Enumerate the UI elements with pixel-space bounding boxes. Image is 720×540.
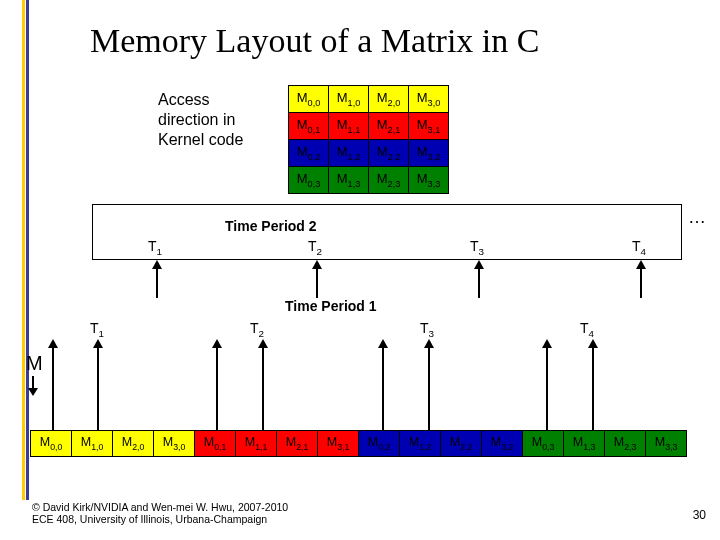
matrix-cell: M1,0 — [329, 86, 369, 113]
thread-label-period1: T4 — [580, 320, 594, 339]
mem-cell: M1,2 — [400, 431, 441, 457]
matrix-cell: M2,3 — [369, 167, 409, 194]
page-number: 30 — [693, 508, 706, 522]
access-direction-label: Access direction in Kernel code — [158, 90, 268, 150]
linear-memory-strip: M0,0 M1,0 M2,0 M3,0 M0,1 M1,1 M2,1 M3,1 … — [30, 430, 687, 457]
footer-line1: © David Kirk/NVIDIA and Wen-mei W. Hwu, … — [32, 501, 288, 513]
ellipsis: … — [688, 207, 706, 228]
mem-cell: M0,0 — [31, 431, 72, 457]
mem-cell: M0,1 — [195, 431, 236, 457]
matrix-cell: M3,2 — [409, 140, 449, 167]
matrix-cell: M0,0 — [289, 86, 329, 113]
matrix-4x4: M0,0 M1,0 M2,0 M3,0 M0,1 M1,1 M2,1 M3,1 … — [288, 85, 449, 194]
memory-M-label: M — [26, 352, 43, 375]
matrix-cell: M0,3 — [289, 167, 329, 194]
mem-cell: M0,3 — [523, 431, 564, 457]
mem-cell: M0,2 — [359, 431, 400, 457]
footer-credit: © David Kirk/NVIDIA and Wen-mei W. Hwu, … — [32, 501, 288, 526]
footer-line2: ECE 408, University of Illinois, Urbana-… — [32, 513, 267, 525]
thread-label-period2: T1 — [148, 238, 162, 257]
matrix-cell: M2,2 — [369, 140, 409, 167]
time-period-2-box — [92, 204, 682, 260]
mem-cell: M2,3 — [605, 431, 646, 457]
matrix-row-3: M0,3 M1,3 M2,3 M3,3 — [289, 167, 449, 194]
time-period-2-label: Time Period 2 — [225, 218, 317, 234]
matrix-cell: M1,3 — [329, 167, 369, 194]
matrix-cell: M0,2 — [289, 140, 329, 167]
matrix-cell: M3,0 — [409, 86, 449, 113]
matrix-cell: M0,1 — [289, 113, 329, 140]
matrix-cell: M3,3 — [409, 167, 449, 194]
mem-cell: M3,2 — [482, 431, 523, 457]
arrow-down-icon — [32, 376, 34, 390]
matrix-cell: M1,1 — [329, 113, 369, 140]
thread-label-period1: T3 — [420, 320, 434, 339]
page-title: Memory Layout of a Matrix in C — [90, 22, 539, 60]
matrix-cell: M1,2 — [329, 140, 369, 167]
slide-left-accent — [22, 0, 32, 500]
time-period-1-label: Time Period 1 — [285, 298, 377, 314]
mem-cell: M3,3 — [646, 431, 687, 457]
mem-cell: M3,1 — [318, 431, 359, 457]
thread-label-period1: T2 — [250, 320, 264, 339]
thread-label-period2: T3 — [470, 238, 484, 257]
thread-label-period1: T1 — [90, 320, 104, 339]
matrix-row-2: M0,2 M1,2 M2,2 M3,2 — [289, 140, 449, 167]
matrix-cell: M2,1 — [369, 113, 409, 140]
mem-cell: M1,3 — [564, 431, 605, 457]
thread-label-period2: T4 — [632, 238, 646, 257]
mem-cell: M2,2 — [441, 431, 482, 457]
thread-label-period2: T2 — [308, 238, 322, 257]
matrix-row-1: M0,1 M1,1 M2,1 M3,1 — [289, 113, 449, 140]
mem-cell: M1,1 — [236, 431, 277, 457]
matrix-cell: M2,0 — [369, 86, 409, 113]
mem-cell: M1,0 — [72, 431, 113, 457]
matrix-cell: M3,1 — [409, 113, 449, 140]
mem-cell: M2,1 — [277, 431, 318, 457]
matrix-row-0: M0,0 M1,0 M2,0 M3,0 — [289, 86, 449, 113]
mem-cell: M2,0 — [113, 431, 154, 457]
mem-cell: M3,0 — [154, 431, 195, 457]
